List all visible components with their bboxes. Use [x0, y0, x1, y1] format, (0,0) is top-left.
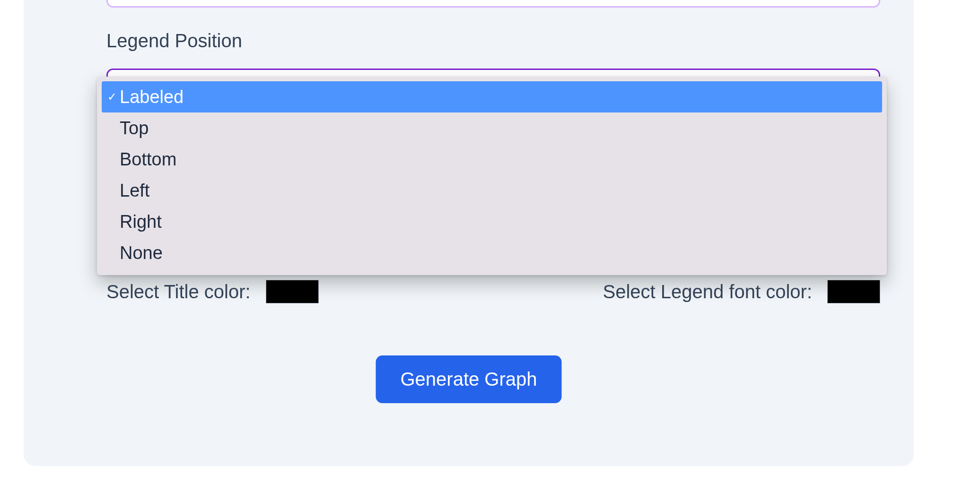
legend-color-group: Select Legend font color:	[603, 280, 880, 303]
generate-graph-button[interactable]: Generate Graph	[376, 355, 561, 403]
dropdown-option-label: Bottom	[120, 149, 176, 170]
title-color-group: Select Title color:	[106, 280, 319, 303]
dropdown-option-labeled[interactable]: ✓ Labeled	[102, 81, 882, 112]
legend-color-input[interactable]	[827, 280, 880, 303]
dropdown-option-label: None	[120, 243, 163, 263]
check-icon: ✓	[105, 246, 120, 259]
dropdown-option-right[interactable]: ✓ Right	[102, 206, 882, 237]
dropdown-option-label: Left	[120, 181, 149, 201]
legend-position-dropdown: ✓ Labeled ✓ Top ✓ Bottom ✓ Left ✓ Right …	[97, 77, 887, 275]
check-icon: ✓	[105, 121, 120, 135]
previous-input-field[interactable]	[106, 0, 880, 8]
check-icon: ✓	[105, 90, 120, 104]
dropdown-option-label: Right	[120, 212, 162, 232]
dropdown-option-label: Top	[120, 118, 149, 138]
color-picker-row: Select Title color: Select Legend font c…	[106, 280, 880, 303]
check-icon: ✓	[105, 215, 120, 228]
dropdown-option-left[interactable]: ✓ Left	[102, 175, 882, 206]
check-icon: ✓	[105, 184, 120, 197]
dropdown-option-bottom[interactable]: ✓ Bottom	[102, 144, 882, 175]
legend-position-label: Legend Position	[106, 30, 242, 52]
dropdown-option-label: Labeled	[120, 87, 184, 107]
title-color-input[interactable]	[266, 280, 319, 303]
form-panel: Legend Position ✓ Labeled ✓ Top ✓ Bottom…	[24, 0, 914, 466]
title-color-label: Select Title color:	[106, 281, 251, 302]
legend-color-label: Select Legend font color:	[603, 281, 812, 302]
dropdown-option-none[interactable]: ✓ None	[102, 237, 882, 268]
check-icon: ✓	[105, 153, 120, 166]
dropdown-option-top[interactable]: ✓ Top	[102, 112, 882, 144]
